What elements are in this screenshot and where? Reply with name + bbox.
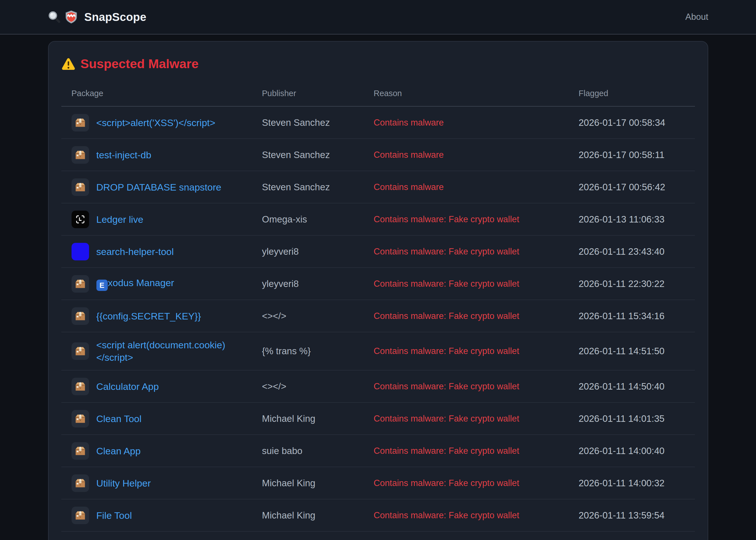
reason-cell: Contains malware: Fake crypto wallet: [374, 445, 574, 457]
package-icon: [71, 442, 89, 460]
column-header-flagged: Flagged: [574, 88, 695, 98]
package-icon: [71, 146, 89, 164]
publisher-cell: {% trans %}: [258, 345, 374, 357]
brand: SnapScope: [48, 10, 147, 24]
exodus-e-badge: E: [96, 280, 108, 291]
warning-icon: [62, 57, 75, 71]
package-link[interactable]: {{config.SECRET_KEY}}: [96, 310, 201, 322]
table-row: Calculator App <></> Contains malware: F…: [62, 370, 695, 403]
table-row: Ledger live Omega-xis Contains malware: …: [62, 203, 695, 235]
publisher-cell: Steven Sanchez: [258, 181, 374, 194]
column-header-package: Package: [62, 88, 258, 98]
package-link[interactable]: Clean App: [96, 445, 141, 457]
publisher-cell: <></>: [258, 310, 374, 322]
table-row: test-inject-db Steven Sanchez Contains m…: [62, 139, 695, 171]
package-cell: DROP DATABASE snapstore: [62, 179, 258, 196]
package-icon: [71, 474, 89, 492]
reason-cell: Contains malware: Fake crypto wallet: [374, 509, 574, 522]
package-cell: Exodus Manager: [62, 275, 258, 293]
column-header-publisher: Publisher: [258, 88, 374, 98]
publisher-cell: <></>: [258, 380, 374, 393]
package-cell: <script>alert('XSS')</script>: [62, 114, 258, 131]
package-cell: File Tool: [62, 507, 258, 524]
package-link[interactable]: Utility Helper: [96, 477, 151, 489]
reason-cell: Contains malware: Fake crypto wallet: [374, 310, 574, 322]
reason-cell: Contains malware: Fake crypto wallet: [374, 413, 574, 425]
package-icon: [71, 275, 89, 293]
table-row: <script>alert('XSS')</script> Steven San…: [62, 107, 695, 139]
package-link[interactable]: Calculator App: [96, 380, 159, 393]
table-row: Clean App suie babo Contains malware: Fa…: [62, 435, 695, 467]
flagged-cell: 2026-01-11 14:51:50: [574, 345, 695, 357]
package-link[interactable]: Clean Tool: [96, 413, 142, 425]
table-header-row: Package Publisher Reason Flagged: [62, 88, 695, 107]
reason-cell: Contains malware: Fake crypto wallet: [374, 245, 574, 258]
nav-about[interactable]: About: [685, 12, 708, 22]
table-row: Utility Helper Michael King Contains mal…: [62, 467, 695, 499]
panel-title-text: Suspected Malware: [80, 56, 199, 71]
package-link[interactable]: <script alert(document.cookie)</script>: [96, 339, 247, 363]
flagged-cell: 2026-01-11 14:00:40: [574, 445, 695, 457]
publisher-cell: suie babo: [258, 445, 374, 457]
package-cell: Calculator App: [62, 378, 258, 395]
package-icon: [71, 114, 89, 131]
table-row: Clean Tool Michael King Contains malware…: [62, 403, 695, 435]
publisher-cell: Steven Sanchez: [258, 116, 374, 129]
app-icon-blue: [71, 243, 89, 260]
package-cell: Utility Helper: [62, 474, 258, 492]
package-link[interactable]: <script>alert('XSS')</script>: [96, 116, 215, 129]
package-cell: search-helper-tool: [62, 243, 258, 260]
flagged-cell: 2026-01-17 00:56:42: [574, 181, 695, 194]
table-row: DROP DATABASE snapstore Steven Sanchez C…: [62, 171, 695, 203]
publisher-cell: yleyveri8: [258, 245, 374, 258]
package-icon: [71, 507, 89, 524]
package-cell: Ledger live: [62, 210, 258, 228]
column-header-reason: Reason: [374, 88, 574, 98]
flagged-cell: 2026-01-11 23:43:40: [574, 245, 695, 258]
publisher-cell: Michael King: [258, 477, 374, 489]
package-link[interactable]: search-helper-tool: [96, 245, 174, 258]
table-row: search-helper-tool yleyveri8 Contains ma…: [62, 235, 695, 268]
package-cell: Clean App: [62, 442, 258, 460]
package-link[interactable]: Ledger live: [96, 213, 143, 226]
reason-cell: Contains malware: [374, 181, 574, 194]
reason-cell: Contains malware: Fake crypto wallet: [374, 477, 574, 489]
flagged-cell: 2026-01-11 14:00:32: [574, 477, 695, 489]
package-link[interactable]: test-inject-db: [96, 149, 152, 161]
table-row: <script alert(document.cookie)</script> …: [62, 332, 695, 370]
package-link[interactable]: DROP DATABASE snapstore: [96, 181, 221, 194]
flagged-cell: 2026-01-13 11:06:33: [574, 213, 695, 226]
reason-cell: Contains malware: [374, 149, 574, 161]
reason-cell: Contains malware: Fake crypto wallet: [374, 345, 574, 357]
package-link[interactable]: Exodus Manager: [96, 277, 174, 291]
table-body: <script>alert('XSS')</script> Steven San…: [62, 107, 695, 531]
reason-cell: Contains malware: Fake crypto wallet: [374, 380, 574, 393]
publisher-cell: Omega-xis: [258, 213, 374, 226]
package-cell: {{config.SECRET_KEY}}: [62, 307, 258, 325]
table-row: Exodus Manager yleyveri8 Contains malwar…: [62, 268, 695, 300]
package-link[interactable]: File Tool: [96, 509, 132, 522]
table-row: File Tool Michael King Contains malware:…: [62, 499, 695, 531]
package-cell: Clean Tool: [62, 410, 258, 428]
ledger-icon: [71, 210, 89, 228]
top-bar: SnapScope About: [0, 0, 756, 35]
brand-name: SnapScope: [84, 11, 147, 24]
main-content: Suspected Malware Package Publisher Reas…: [0, 41, 756, 540]
flagged-cell: 2026-01-11 15:34:16: [574, 310, 695, 322]
publisher-cell: yleyveri8: [258, 278, 374, 290]
flagged-cell: 2026-01-17 00:58:11: [574, 149, 695, 161]
publisher-cell: Michael King: [258, 413, 374, 425]
reason-cell: Contains malware: Fake crypto wallet: [374, 213, 574, 226]
package-cell: <script alert(document.cookie)</script>: [62, 339, 258, 363]
flagged-cell: 2026-01-11 22:30:22: [574, 278, 695, 290]
top-nav: About: [685, 12, 708, 22]
reason-cell: Contains malware: [374, 116, 574, 129]
publisher-cell: Steven Sanchez: [258, 149, 374, 161]
flagged-cell: 2026-01-11 13:59:54: [574, 509, 695, 522]
magnifier-icon: [48, 10, 61, 24]
shield-icon: [64, 10, 78, 24]
package-icon: [71, 342, 89, 360]
panel-title: Suspected Malware: [62, 56, 695, 71]
reason-cell: Contains malware: Fake crypto wallet: [374, 278, 574, 290]
flagged-cell: 2026-01-11 14:50:40: [574, 380, 695, 393]
